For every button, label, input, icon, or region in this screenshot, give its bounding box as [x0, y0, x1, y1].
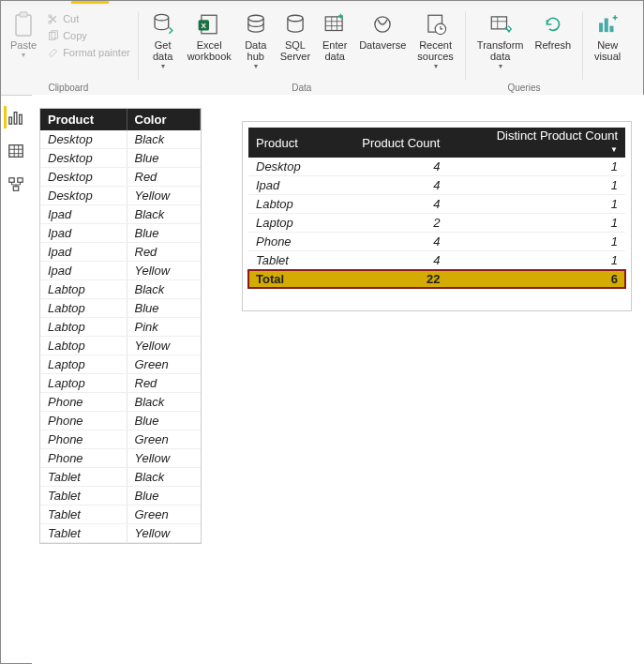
format-painter-button[interactable]: Format painter	[44, 45, 132, 60]
table-row[interactable]: PhoneYellow	[40, 449, 200, 468]
data-view-button[interactable]	[5, 140, 27, 162]
column-header[interactable]: Product	[40, 109, 127, 130]
excel-label: Excel workbook	[187, 39, 232, 62]
table-row[interactable]: LaptopGreen	[40, 355, 200, 374]
table-cell: 1	[447, 158, 625, 176]
table-cell: Laptop	[248, 214, 326, 233]
column-header[interactable]: Product	[248, 128, 326, 158]
enter-data-label: Enter data	[322, 39, 347, 62]
table-row[interactable]: LabtopBlue	[40, 299, 200, 318]
recent-icon	[423, 11, 449, 38]
new-visual-button[interactable]: New visual	[589, 9, 626, 81]
chart-plus-icon	[594, 11, 621, 38]
new-visual-label: New visual	[594, 39, 621, 62]
table-cell: Black	[127, 130, 200, 149]
table-row[interactable]: TabletBlue	[40, 487, 200, 506]
table-cell: Tablet	[40, 524, 127, 543]
table-cell: Tablet	[40, 506, 127, 524]
svg-point-11	[288, 15, 303, 22]
total-row[interactable]: Total226	[248, 270, 625, 289]
table-row[interactable]: LaptopRed	[40, 374, 200, 393]
table-cell: Desktop	[248, 158, 326, 176]
table-row[interactable]: LabtopYellow	[40, 337, 200, 355]
chevron-down-icon: ▾	[161, 62, 165, 70]
table-row[interactable]: Desktop41	[248, 158, 625, 176]
brush-icon	[46, 46, 59, 59]
database-icon	[243, 11, 269, 38]
excel-button[interactable]: X Excel workbook	[182, 9, 237, 81]
ribbon-group-insert: New visual	[585, 9, 630, 95]
data-hub-button[interactable]: Data hub ▾	[237, 9, 275, 81]
table-row[interactable]: LabtopPink	[40, 318, 200, 337]
copy-button[interactable]: Copy	[44, 28, 132, 43]
table-row[interactable]: Ipad41	[248, 176, 625, 195]
ribbon-group-queries: Transform data ▾ Refresh Queries	[468, 9, 580, 95]
table-row[interactable]: PhoneBlue	[40, 412, 200, 430]
summary-visual[interactable]: ProductProduct CountDistinct Product Cou…	[242, 121, 632, 311]
table-row[interactable]: IpadBlack	[40, 205, 200, 224]
table-row[interactable]: Laptop21	[248, 214, 625, 233]
table-cell: Green	[127, 506, 200, 524]
column-header[interactable]: Product Count	[326, 128, 447, 158]
column-header[interactable]: Distinct Product Count▼	[447, 128, 625, 158]
table-cell: Ipad	[40, 262, 127, 280]
clipboard-icon	[10, 11, 37, 38]
table-cell: 1	[447, 251, 625, 270]
transform-data-button[interactable]: Transform data ▾	[472, 9, 530, 81]
format-painter-label: Format painter	[63, 47, 130, 58]
table-row[interactable]: Tablet41	[248, 251, 625, 270]
table-cell: Tablet	[40, 468, 127, 487]
raw-data-table[interactable]: ProductColor DesktopBlackDesktopBlueDesk…	[39, 108, 202, 544]
table-row[interactable]: PhoneGreen	[40, 430, 200, 449]
column-header[interactable]: Color	[127, 109, 200, 130]
table-row[interactable]: Phone41	[248, 233, 625, 251]
recent-sources-button[interactable]: Recent sources ▾	[412, 9, 459, 81]
sql-server-button[interactable]: SQL Server	[275, 9, 316, 81]
refresh-button[interactable]: Refresh	[530, 9, 577, 81]
table-row[interactable]: IpadYellow	[40, 262, 200, 280]
table-cell: Black	[127, 280, 200, 299]
table-row[interactable]: TabletYellow	[40, 524, 200, 543]
copy-icon	[46, 29, 59, 42]
table-row[interactable]: DesktopYellow	[40, 187, 200, 205]
refresh-icon	[540, 11, 566, 38]
cut-button[interactable]: Cut	[44, 11, 132, 26]
sort-desc-icon: ▼	[610, 145, 618, 154]
table-row[interactable]: TabletBlack	[40, 468, 200, 487]
table-row[interactable]: IpadRed	[40, 243, 200, 262]
view-switcher	[0, 95, 32, 196]
tab-strip	[1, 1, 643, 6]
paste-button[interactable]: Paste ▾	[5, 9, 42, 81]
get-data-button[interactable]: Get data ▾	[144, 9, 182, 81]
table-cell: Labtop	[40, 299, 127, 318]
table-row[interactable]: DesktopRed	[40, 168, 200, 187]
enter-data-button[interactable]: Enter data	[316, 9, 353, 81]
cut-label: Cut	[63, 13, 79, 24]
table-row[interactable]: Labtop41	[248, 195, 625, 214]
table-row[interactable]: TabletGreen	[40, 506, 200, 524]
chevron-down-icon: ▾	[434, 62, 438, 70]
report-view-button[interactable]	[4, 106, 26, 128]
report-canvas[interactable]: ProductColor DesktopBlackDesktopBlueDesk…	[32, 95, 644, 664]
copy-label: Copy	[63, 30, 87, 41]
table-cell: Ipad	[40, 224, 127, 243]
model-view-button[interactable]	[5, 174, 27, 196]
table-row[interactable]: IpadBlue	[40, 224, 200, 243]
table-cell: Yellow	[127, 187, 200, 205]
group-label-data: Data	[144, 82, 459, 95]
table-cell: Labtop	[40, 318, 127, 337]
sql-label: SQL Server	[280, 39, 310, 62]
table-cell: 1	[447, 233, 625, 251]
table-row[interactable]: LabtopBlack	[40, 280, 200, 299]
table-row[interactable]: DesktopBlack	[40, 130, 200, 149]
table-row[interactable]: PhoneBlack	[40, 393, 200, 412]
table-row[interactable]: DesktopBlue	[40, 149, 200, 168]
dataverse-button[interactable]: Dataverse	[353, 9, 412, 81]
svg-rect-25	[13, 187, 18, 191]
table-cell: Blue	[127, 299, 200, 318]
table-cell: Ipad	[248, 176, 326, 195]
table-cell: Tablet	[40, 487, 127, 506]
table-cell: Blue	[127, 487, 200, 506]
table-cell: Desktop	[40, 168, 127, 187]
table-cell: Labtop	[40, 280, 127, 299]
